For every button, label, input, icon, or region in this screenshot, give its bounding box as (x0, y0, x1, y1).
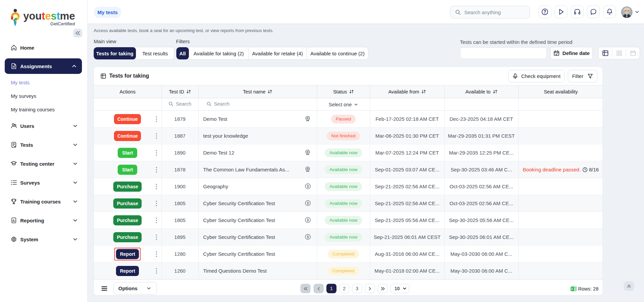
svg-text:$: $ (306, 218, 309, 222)
svg-text:$: $ (306, 235, 309, 239)
svg-text:$: $ (306, 201, 309, 205)
svg-text:$: $ (306, 184, 309, 188)
